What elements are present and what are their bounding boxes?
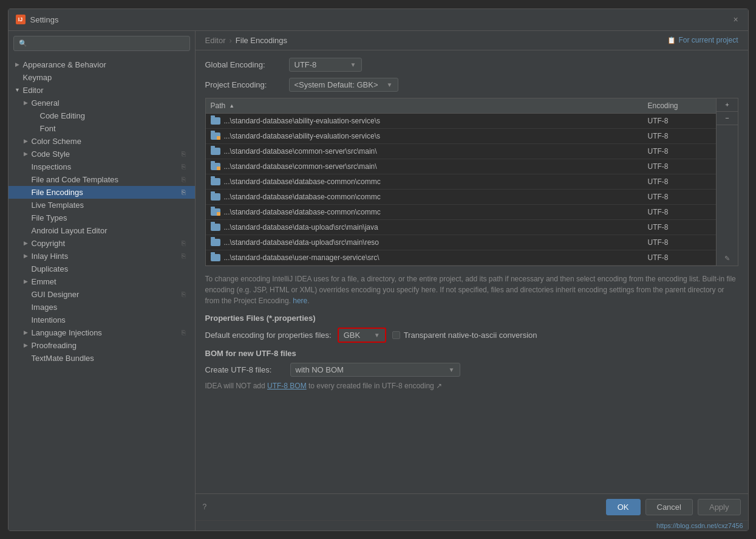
transparent-label: Transparent native-to-ascii conversion	[404, 331, 537, 340]
dropdown-arrow-icon: ▼	[387, 81, 393, 88]
project-encoding-select[interactable]: <System Default: GBK> ▼	[289, 78, 398, 92]
title-bar: IJ Settings ×	[9, 9, 748, 31]
sidebar-item-gui-designer[interactable]: ▶ GUI Designer ⎘	[9, 288, 195, 301]
bom-select[interactable]: with NO BOM ▼	[290, 363, 460, 377]
dropdown-arrow-icon: ▼	[350, 61, 356, 68]
sidebar-item-keymap[interactable]: ▶ Keymap	[9, 71, 195, 84]
sidebar-item-intentions[interactable]: ▶ Intentions	[9, 314, 195, 326]
copy-icon: ⎘	[182, 239, 190, 247]
cancel-button[interactable]: Cancel	[645, 499, 693, 515]
global-encoding-row: Global Encoding: UTF-8 ▼	[205, 58, 738, 72]
table-row[interactable]: ...\standard-database\ability-evaluation…	[206, 129, 716, 144]
arrow-icon: ▶	[22, 239, 30, 247]
sidebar-item-android-layout-editor[interactable]: ▶ Android Layout Editor	[9, 224, 195, 237]
project-encoding-label: Project Encoding:	[205, 80, 284, 89]
col-encoding[interactable]: Encoding	[643, 101, 716, 110]
help-button[interactable]: ?	[203, 503, 207, 511]
sidebar-item-label: Language Injections	[32, 328, 102, 337]
global-encoding-value: UTF-8	[295, 60, 317, 69]
cell-path: ...\standard-database\database-common\co…	[206, 176, 643, 187]
breadcrumb-link[interactable]: 📋 For current project	[667, 36, 738, 44]
table-row[interactable]: ...\standard-database\common-server\src\…	[206, 144, 716, 159]
cell-encoding: UTF-8	[643, 252, 716, 263]
sidebar-item-label: General	[32, 98, 60, 108]
col-path[interactable]: Path ▲	[206, 101, 643, 110]
path-text: ...\standard-database\ability-evaluation…	[224, 132, 380, 140]
table-row[interactable]: ...\standard-database\user-manager-servi…	[206, 250, 716, 266]
sidebar-item-emmet[interactable]: ▶ Emmet	[9, 275, 195, 288]
global-encoding-label: Global Encoding:	[205, 60, 284, 69]
sidebar-item-proofreading[interactable]: ▶ Proofreading	[9, 339, 195, 352]
table-row[interactable]: ...\standard-database\database-common\co…	[206, 190, 716, 205]
table-row[interactable]: ...\standard-database\data-upload\src\ma…	[206, 235, 716, 250]
transparent-checkbox[interactable]	[392, 331, 400, 339]
ok-button[interactable]: OK	[606, 499, 641, 515]
arrow-icon: ▶	[22, 341, 30, 349]
gbk-encoding-select[interactable]: GBK ▼	[338, 328, 386, 343]
sidebar-item-inlay-hints[interactable]: ▶ Inlay Hints ⎘	[9, 250, 195, 263]
add-encoding-button[interactable]: +	[717, 98, 738, 112]
sidebar-item-appearance[interactable]: ▶ Appearance & Behavior	[9, 58, 195, 71]
sidebar-item-color-scheme[interactable]: ▶ Color Scheme	[9, 135, 195, 148]
sidebar-item-file-types[interactable]: ▶ File Types	[9, 211, 195, 224]
copy-icon: ⎘	[182, 329, 190, 336]
sidebar-item-inspections[interactable]: ▶ Inspections ⎘	[9, 160, 195, 173]
footer: ? OK Cancel Apply	[196, 493, 748, 520]
info-link[interactable]: here	[293, 297, 307, 305]
sidebar-item-label: Code Editing	[40, 111, 85, 120]
sidebar-item-images[interactable]: ▶ Images	[9, 301, 195, 314]
folder-icon	[211, 254, 220, 261]
table-row[interactable]: ...\standard-database\common-server\src\…	[206, 159, 716, 174]
sidebar-item-label: Live Templates	[32, 201, 84, 210]
sidebar-item-label: Appearance & Behavior	[23, 60, 106, 69]
breadcrumb-separator: ›	[229, 36, 231, 45]
folder-icon	[211, 117, 220, 125]
sidebar-item-code-editing[interactable]: ▶ Code Editing	[9, 109, 195, 122]
sidebar-item-font[interactable]: ▶ Font	[9, 122, 195, 135]
sidebar-item-label: Images	[32, 303, 58, 312]
sidebar-item-label: Duplicates	[32, 264, 69, 273]
arrow-icon: ▶	[22, 252, 30, 260]
sidebar-item-editor[interactable]: ▼ Editor	[9, 84, 195, 97]
sidebar-item-copyright[interactable]: ▶ Copyright ⎘	[9, 237, 195, 250]
remove-encoding-button[interactable]: −	[717, 112, 738, 125]
status-bar: https://blog.csdn.net/cxz7456	[196, 520, 748, 530]
search-box[interactable]: 🔍	[13, 36, 190, 51]
sidebar-item-general[interactable]: ▶ General	[9, 97, 195, 109]
col-path-label: Path	[211, 101, 226, 110]
apply-button[interactable]: Apply	[698, 499, 741, 515]
path-text: ...\standard-database\ability-evaluation…	[224, 117, 380, 125]
sidebar-item-duplicates[interactable]: ▶ Duplicates	[9, 263, 195, 275]
sidebar-item-label: Emmet	[32, 277, 56, 286]
path-text: ...\standard-database\data-upload\src\ma…	[224, 223, 378, 232]
bom-create-label: Create UTF-8 files:	[205, 365, 284, 374]
bom-section: BOM for new UTF-8 files Create UTF-8 fil…	[205, 349, 738, 390]
sidebar-item-code-style[interactable]: ▶ Code Style ⎘	[9, 148, 195, 160]
breadcrumb-parent[interactable]: Editor	[205, 36, 226, 45]
sidebar-item-file-code-templates[interactable]: ▶ File and Code Templates ⎘	[9, 173, 195, 186]
close-button[interactable]: ×	[731, 15, 741, 24]
transparent-checkbox-row[interactable]: Transparent native-to-ascii conversion	[392, 331, 537, 340]
bom-info-link[interactable]: UTF-8 BOM	[267, 382, 307, 390]
sidebar-item-label: Copyright	[32, 239, 66, 248]
sidebar-item-label: File and Code Templates	[32, 175, 119, 184]
sidebar-item-live-templates[interactable]: ▶ Live Templates	[9, 199, 195, 211]
sidebar-item-label: Font	[40, 124, 56, 133]
folder-icon	[211, 239, 220, 246]
sidebar-item-file-encodings[interactable]: ▶ File Encodings ⎘	[9, 186, 195, 199]
copy-icon: ⎘	[182, 176, 190, 183]
table-row[interactable]: ...\standard-database\database-common\co…	[206, 174, 716, 190]
bom-info-text2: to every created file in UTF-8 encoding …	[307, 382, 442, 390]
table-row[interactable]: ...\standard-database\database-common\co…	[206, 205, 716, 220]
search-input[interactable]	[31, 39, 185, 48]
table-row[interactable]: ...\standard-database\data-upload\src\ma…	[206, 220, 716, 235]
sidebar-item-language-injections[interactable]: ▶ Language Injections ⎘	[9, 326, 195, 339]
global-encoding-select[interactable]: UTF-8 ▼	[289, 58, 362, 72]
table-row[interactable]: ...\standard-database\ability-evaluation…	[206, 114, 716, 129]
arrow-icon: ▶	[22, 137, 30, 145]
bom-info: IDEA will NOT add UTF-8 BOM to every cre…	[205, 382, 738, 390]
sidebar-item-label: Inlay Hints	[32, 252, 69, 261]
sidebar-item-textmate[interactable]: ▶ TextMate Bundles	[9, 352, 195, 365]
dialog-title: Settings	[30, 15, 59, 24]
edit-encoding-button[interactable]: ✎	[717, 252, 738, 266]
